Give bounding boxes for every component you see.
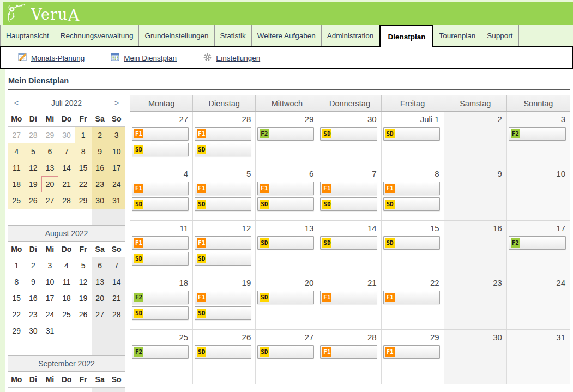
- mini-day[interactable]: 14: [108, 274, 125, 290]
- shift-entry[interactable]: SD: [383, 236, 440, 250]
- mini-day[interactable]: 26: [25, 192, 42, 209]
- shift-entry[interactable]: F2: [132, 291, 189, 304]
- mini-day[interactable]: 21: [58, 176, 75, 192]
- mini-day[interactable]: 13: [92, 274, 108, 290]
- shift-entry[interactable]: F1: [195, 127, 251, 141]
- shift-entry[interactable]: SD: [257, 291, 314, 304]
- mini-day[interactable]: 21: [108, 290, 125, 306]
- mini-day[interactable]: 10: [108, 143, 125, 160]
- mini-day[interactable]: 12: [25, 160, 42, 176]
- next-month-button[interactable]: >: [108, 99, 125, 107]
- mini-day[interactable]: 13: [41, 160, 58, 176]
- mini-day[interactable]: 19: [25, 176, 42, 192]
- mini-day[interactable]: 11: [58, 274, 75, 290]
- shift-entry[interactable]: F1: [132, 127, 189, 141]
- mini-day[interactable]: 9: [25, 274, 42, 290]
- tab-hauptansicht[interactable]: Hauptansicht: [0, 25, 55, 46]
- mini-day[interactable]: 28: [25, 127, 42, 143]
- shift-entry[interactable]: SD: [320, 197, 377, 211]
- shift-entry[interactable]: SD: [320, 236, 377, 250]
- mini-day[interactable]: 16: [92, 160, 108, 176]
- mini-day[interactable]: 7: [108, 257, 125, 274]
- tab-dienstplan[interactable]: Dienstplan: [379, 25, 433, 47]
- tab-support[interactable]: Support: [481, 25, 518, 46]
- tab-administration[interactable]: Administration: [322, 25, 380, 46]
- mini-day[interactable]: 30: [25, 323, 42, 339]
- shift-entry[interactable]: F1: [195, 182, 251, 195]
- mini-day[interactable]: 29: [41, 127, 58, 143]
- mini-day[interactable]: 22: [8, 306, 25, 323]
- mini-day[interactable]: 6: [92, 257, 108, 274]
- mini-day[interactable]: 2: [75, 388, 92, 392]
- mini-day[interactable]: 27: [41, 192, 58, 209]
- mini-day[interactable]: 7: [58, 143, 75, 160]
- shift-entry[interactable]: SD: [383, 197, 440, 211]
- tab-tourenplan[interactable]: Tourenplan: [433, 25, 481, 46]
- shift-entry[interactable]: F2: [509, 127, 566, 141]
- shift-entry[interactable]: F2: [509, 236, 566, 250]
- toolbar-item-mein-dienstplan[interactable]: Mein Dienstplan: [111, 52, 177, 64]
- mini-day[interactable]: 10: [41, 274, 58, 290]
- mini-day[interactable]: 20: [41, 176, 58, 192]
- mini-day[interactable]: 3: [92, 388, 108, 392]
- shift-entry[interactable]: SD: [257, 197, 314, 211]
- mini-day[interactable]: 22: [75, 176, 92, 192]
- shift-entry[interactable]: F2: [132, 345, 189, 359]
- mini-day[interactable]: 23: [92, 176, 108, 192]
- shift-entry[interactable]: SD: [257, 345, 314, 359]
- mini-day[interactable]: 12: [75, 274, 92, 290]
- mini-day[interactable]: 6: [41, 143, 58, 160]
- toolbar-item-monats-planung[interactable]: Monats-Planung: [18, 52, 85, 64]
- shift-entry[interactable]: SD: [195, 306, 251, 320]
- shift-entry[interactable]: F1: [383, 345, 440, 359]
- shift-entry[interactable]: F1: [132, 182, 189, 195]
- mini-day[interactable]: 25: [58, 306, 75, 323]
- mini-day[interactable]: 8: [8, 274, 25, 290]
- mini-day[interactable]: 19: [75, 290, 92, 306]
- shift-entry[interactable]: SD: [195, 197, 251, 211]
- mini-day[interactable]: 23: [25, 306, 42, 323]
- mini-day[interactable]: 24: [41, 306, 58, 323]
- mini-day[interactable]: 28: [58, 192, 75, 209]
- tab-weitere-aufgaben[interactable]: Weitere Aufgaben: [252, 25, 322, 46]
- mini-day[interactable]: 11: [8, 160, 25, 176]
- mini-day[interactable]: 2: [25, 257, 42, 274]
- shift-entry[interactable]: SD: [383, 127, 440, 141]
- tab-grundeinstellungen[interactable]: Grundeinstellungen: [139, 25, 214, 46]
- tab-statistik[interactable]: Statistik: [215, 25, 252, 46]
- toolbar-item-einstellungen[interactable]: Einstellungen: [203, 52, 260, 64]
- mini-day[interactable]: 3: [41, 257, 58, 274]
- mini-day[interactable]: 9: [92, 143, 108, 160]
- mini-day[interactable]: 31: [41, 323, 58, 339]
- prev-month-button[interactable]: <: [8, 99, 25, 107]
- mini-day[interactable]: 8: [75, 143, 92, 160]
- mini-day[interactable]: 24: [108, 176, 125, 192]
- shift-entry[interactable]: F2: [257, 127, 314, 141]
- shift-entry[interactable]: SD: [195, 252, 251, 266]
- shift-entry[interactable]: F1: [320, 345, 377, 359]
- mini-day[interactable]: 20: [92, 290, 108, 306]
- mini-day[interactable]: 30: [58, 127, 75, 143]
- mini-day[interactable]: 1: [8, 257, 25, 274]
- mini-day[interactable]: 29: [75, 192, 92, 209]
- mini-day[interactable]: 18: [58, 290, 75, 306]
- mini-day[interactable]: 15: [8, 290, 25, 306]
- shift-entry[interactable]: SD: [195, 345, 251, 359]
- shift-entry[interactable]: F1: [320, 291, 377, 304]
- mini-day[interactable]: 28: [108, 306, 125, 323]
- mini-day[interactable]: 18: [8, 176, 25, 192]
- shift-entry[interactable]: SD: [132, 143, 189, 156]
- mini-day[interactable]: 17: [41, 290, 58, 306]
- mini-day[interactable]: 4: [108, 388, 125, 392]
- tab-rechnungsverwaltung[interactable]: Rechnungsverwaltung: [55, 25, 140, 46]
- mini-day[interactable]: 3: [108, 127, 125, 143]
- mini-day[interactable]: 25: [8, 192, 25, 209]
- shift-entry[interactable]: F1: [383, 291, 440, 304]
- mini-day[interactable]: 15: [75, 160, 92, 176]
- mini-day[interactable]: 31: [108, 192, 125, 209]
- mini-day[interactable]: 1: [75, 127, 92, 143]
- mini-day[interactable]: 1: [58, 388, 75, 392]
- shift-entry[interactable]: SD: [132, 252, 189, 266]
- shift-entry[interactable]: F1: [383, 182, 440, 195]
- shift-entry[interactable]: SD: [320, 127, 377, 141]
